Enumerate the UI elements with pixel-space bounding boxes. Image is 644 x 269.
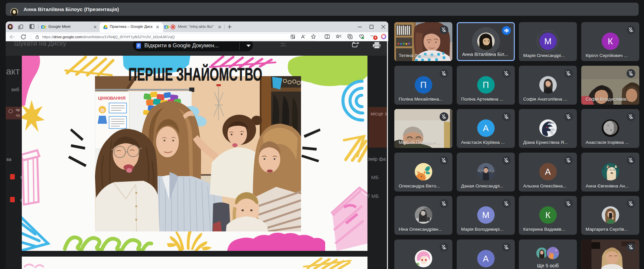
svg-text:ПЕРШЕ ЗНАЙОМСТВО: ПЕРШЕ ЗНАЙОМСТВО [128, 64, 262, 85]
svg-text:ЦІНЮВАННЯ: ЦІНЮВАННЯ [98, 96, 126, 101]
